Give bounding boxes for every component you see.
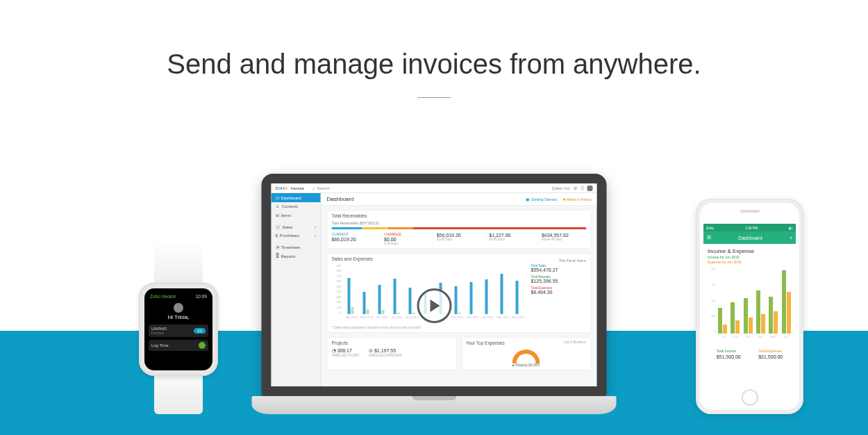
recv-label: CURRENT: [332, 232, 377, 236]
recv-sub: 31-45 Days: [489, 238, 534, 241]
play-icon: [431, 299, 440, 312]
top-expenses-card: Your Top Expenses Last 6 Months ▾ ■ Ship…: [461, 337, 592, 370]
contacts-icon: ☺: [276, 204, 280, 208]
sidebar-item-timesheet[interactable]: ◔Timesheet: [272, 243, 321, 252]
sales-expenses-card: Sales and Expenses This Fiscal Year ▾ 90…: [327, 253, 592, 333]
card-title: Your Top Expenses: [466, 340, 505, 345]
recv-value: $66,019.20: [332, 237, 377, 242]
sidebar-item-label: Timesheet: [281, 245, 301, 249]
phone-income-label: Income for Jun 2015: [708, 255, 792, 259]
laptop-notch: [412, 396, 456, 400]
phone-content-title: Income & Expense: [708, 248, 792, 254]
menu-icon[interactable]: ☰: [707, 235, 711, 240]
main-content: Dashboard ▣ Getting Started ★ Refer a Fr…: [322, 193, 597, 386]
topbar: ZOHO Invoice ⌕ Search Zylker Inc ⚙ ☰: [272, 183, 597, 193]
phone-statusbar: Zoho 1:30 PM ▮▯: [703, 224, 796, 231]
sidebar-item-dashboard[interactable]: ◷Dashboard: [272, 193, 321, 202]
add-button[interactable]: +: [790, 236, 792, 240]
projects-card: Projects ◔ 308:17UNBILLED HOURS⊙ $1,197.…: [327, 337, 458, 370]
phone-nav-title: Dashboard: [738, 236, 762, 240]
avatar-icon[interactable]: [587, 186, 593, 191]
page-title: Dashboard: [327, 196, 354, 202]
watch-screen: Zoho Invoice 10:09 Hi Tricia, UNPAID Inv…: [144, 288, 212, 370]
unpaid-count-badge: 21: [194, 328, 206, 334]
expense-item: ■ Shipping ($1,997): [466, 363, 587, 367]
phone-navbar: ☰ Dashboard +: [703, 231, 796, 244]
watch-time: 10:09: [196, 294, 207, 299]
gear-icon[interactable]: ⚙: [574, 186, 577, 190]
brand-logo: ZOHO: [276, 186, 287, 190]
sidebar-item-label: Contacts: [282, 204, 299, 208]
headline-divider: [417, 97, 451, 98]
sidebar-item-items[interactable]: ⊞Items: [272, 211, 321, 220]
items-icon: ⊞: [276, 213, 279, 218]
sidebar-item-contacts[interactable]: ☺Contacts: [272, 202, 321, 211]
project-stat: ◔ 308:17UNBILLED HOURS: [332, 348, 360, 357]
home-button[interactable]: [742, 389, 758, 406]
period-select[interactable]: Last 6 Months ▾: [564, 340, 587, 348]
watch-device: Zoho Invoice 10:09 Hi Tricia, UNPAID Inv…: [134, 244, 223, 414]
recv-label: OVERDUE: [384, 232, 429, 236]
sidebar-item-purchases[interactable]: $Purchases▾: [272, 231, 321, 240]
timesheet-icon: ◔: [276, 245, 279, 249]
phone-chart: 90K70K50K30K0 JanFebMarAprMayJun: [708, 267, 792, 343]
phone-expense-label: Expense for Jun 2015: [708, 260, 792, 264]
recv-value: $1,227.00: [489, 233, 534, 238]
phone-screen: Zoho 1:30 PM ▮▯ ☰ Dashboard + Income & E…: [703, 224, 796, 385]
phone-speaker: [740, 210, 760, 213]
receivables-bar: [332, 227, 587, 229]
watch-logtime-card[interactable]: Log Time: [149, 340, 208, 351]
recv-sub: 1-15 Days: [384, 242, 429, 245]
recv-value: $56,019.20: [437, 233, 482, 238]
sidebar-item-label: Reports: [281, 254, 296, 258]
chevron-down-icon: ▾: [315, 225, 317, 229]
fiscal-year-select[interactable]: This Fiscal Year ▾: [559, 258, 587, 263]
product-name: Invoice: [291, 186, 304, 190]
phone-total: Total Expenses$31,500.00: [758, 349, 783, 359]
sidebar-item-label: Sales: [283, 225, 293, 229]
reports-icon: ≣: [276, 254, 279, 258]
play-icon: [199, 342, 206, 349]
search-placeholder: Search: [317, 186, 330, 190]
sidebar-item-label: Purchases: [280, 233, 299, 238]
laptop-bezel: ZOHO Invoice ⌕ Search Zylker Inc ⚙ ☰ ◷Da…: [262, 174, 607, 396]
org-name[interactable]: Zylker Inc: [551, 186, 569, 190]
sidebar-item-reports[interactable]: ≣Reports: [272, 252, 321, 261]
card-title: Projects: [332, 340, 453, 345]
watch-logtime-label: Log Time: [151, 343, 169, 347]
project-stat: ⊙ $1,197.55UNBILLED EXPENSES: [369, 348, 402, 357]
page-headline: Send and manage invoices from anywhere.: [0, 0, 868, 80]
bell-icon[interactable]: ☰: [581, 186, 584, 190]
watch-unpaid-sub: Invoices: [151, 331, 167, 335]
watch-app-name: Zoho Invoice: [150, 294, 176, 299]
donut-chart: [512, 350, 540, 363]
receivables-total: Total Receivables $557,683.22: [332, 221, 587, 225]
refer-friend-link[interactable]: ★ Refer a Friend: [562, 197, 592, 202]
search-input[interactable]: ⌕ Search: [312, 186, 549, 190]
sidebar-item-label: Dashboard: [281, 196, 301, 200]
purchases-icon: $: [276, 233, 278, 238]
sidebar-item-label: Items: [281, 213, 292, 218]
status-time: 1:30 PM: [745, 226, 758, 230]
getting-started-link[interactable]: ▣ Getting Started: [526, 197, 557, 202]
avatar-icon: [174, 303, 183, 313]
sales-icon: 🛒: [276, 224, 281, 229]
laptop-screen: ZOHO Invoice ⌕ Search Zylker Inc ⚙ ☰ ◷Da…: [272, 183, 597, 386]
recv-sub: 16-30 Days: [437, 238, 482, 241]
dashboard-icon: ◷: [276, 195, 279, 200]
sales-legend: Total Sales$554,470.27Total Receipts$125…: [531, 264, 587, 324]
sidebar-item-sales[interactable]: 🛒Sales▾: [272, 222, 321, 231]
watch-greeting: Hi Tricia,: [149, 314, 208, 320]
phone-total: Total Income$51,500.00: [717, 349, 741, 359]
watch-unpaid-card[interactable]: UNPAID Invoices 21: [149, 325, 208, 337]
status-carrier: Zoho: [706, 226, 714, 230]
chart-footnote: * Sales value displayed is inclusive of …: [332, 326, 587, 329]
recv-sub: Above 45 days: [542, 238, 587, 241]
status-battery-icon: ▮▯: [789, 226, 793, 230]
recv-value: $0.00: [384, 237, 429, 242]
card-title: Total Receivables: [332, 213, 587, 218]
search-icon: ⌕: [312, 186, 315, 190]
play-button[interactable]: [417, 288, 451, 323]
laptop-device: ZOHO Invoice ⌕ Search Zylker Inc ⚙ ☰ ◷Da…: [252, 174, 617, 414]
watch-case: Zoho Invoice 10:09 Hi Tricia, UNPAID Inv…: [139, 283, 218, 376]
